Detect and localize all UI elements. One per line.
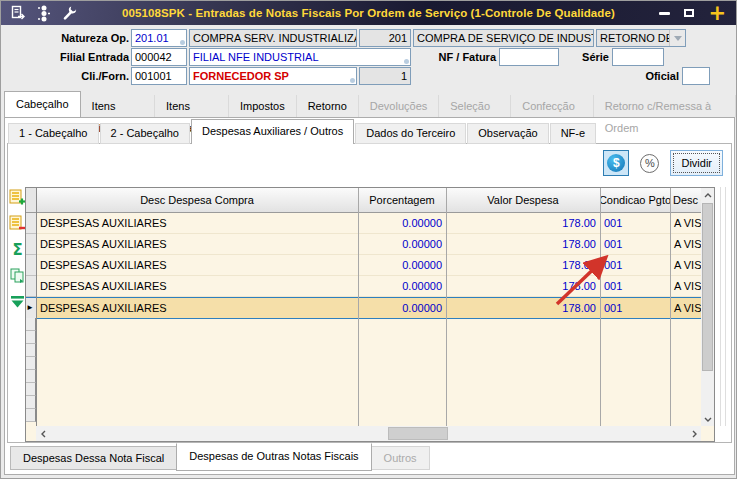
filial-code-field[interactable]: 000042 — [131, 48, 187, 66]
traffic-light-icon[interactable] — [37, 5, 51, 22]
tab-retorno-remessa: Retorno c/Remessa à Ordem — [594, 95, 736, 117]
cell-desc[interactable]: DESPESAS AUXILIARES — [36, 255, 358, 276]
tab-observacao[interactable]: Observação — [467, 123, 548, 144]
col-condicao-pgto: Condicao Pgto — [600, 188, 670, 212]
cell-valor[interactable]: 178.00 — [446, 298, 600, 318]
cell-desc[interactable]: DESPESAS AUXILIARES — [36, 276, 358, 297]
vertical-scroll-thumb[interactable] — [702, 203, 713, 371]
tab-itens-fisicos[interactable]: Itens Físicos — [81, 95, 155, 117]
cell-cond-desc[interactable]: A VISTA — [670, 276, 701, 297]
minimize-button[interactable] — [659, 12, 670, 15]
cabecalho-page: 1 - Cabeçalho 2 - Cabeçalho Despesas Aux… — [4, 117, 735, 475]
cell-desc[interactable]: DESPESAS AUXILIARES — [36, 298, 358, 318]
fornecedor-desc-field: FORNECEDOR SP — [189, 67, 357, 85]
cell-condicao[interactable]: 001 — [600, 234, 670, 255]
natureza-group-desc-field: COMPRA DE SERVIÇO DE INDUSTRIAL — [413, 29, 594, 47]
nf-fatura-label: NF / Fatura — [411, 51, 496, 63]
scroll-left-icon[interactable] — [36, 426, 50, 441]
main-tab-strip: Cabeçalho Itens Físicos Itens Fiscais Im… — [4, 93, 736, 117]
tab-despesas-outras-nf[interactable]: Despesas de Outras Notas Fiscais — [176, 443, 371, 471]
tab-itens-fiscais[interactable]: Itens Fiscais — [155, 95, 229, 117]
tab-despesas-dessa-nf[interactable]: Despesas Dessa Nota Fiscal — [10, 446, 177, 470]
scroll-up-icon[interactable] — [701, 188, 714, 202]
svg-text:Σ: Σ — [12, 241, 22, 258]
cell-desc[interactable]: DESPESAS AUXILIARES — [36, 213, 358, 234]
fornecedor-code-field[interactable]: 001001 — [131, 67, 187, 85]
cell-cond-desc[interactable]: A VISTA — [670, 234, 701, 255]
tab-2-cabecalho[interactable]: 2 - Cabeçalho — [100, 123, 191, 144]
tab-impostos[interactable]: Impostos — [229, 95, 297, 117]
cell-condicao[interactable]: 001 — [600, 298, 670, 318]
loja-field: 1 — [359, 67, 411, 85]
chevron-down-icon[interactable] — [669, 30, 685, 46]
window-title: 005108SPK - Entradas de Notas Fiscais Po… — [1, 7, 736, 19]
col-desc-cond: Desc C — [670, 188, 701, 212]
despesas-page: $ % Dividir — [7, 143, 732, 443]
cell-cond-desc[interactable]: A VISTA — [670, 255, 701, 276]
tipo-operacao-combo[interactable]: RETORNO DE MERCAD — [596, 29, 686, 47]
percent-mode-button[interactable]: % — [640, 154, 659, 173]
col-valor-despesa: Valor Despesa — [446, 188, 600, 212]
natureza-code-field[interactable]: 201.01 — [131, 29, 187, 47]
tab-dados-terceiro[interactable]: Dados do Terceiro — [355, 123, 466, 144]
cell-condicao[interactable]: 001 — [600, 213, 670, 234]
tab-nfe[interactable]: NF-e — [550, 123, 596, 144]
serie-input[interactable] — [612, 48, 664, 66]
horizontal-scrollbar[interactable] — [36, 426, 701, 441]
row-marker: ► — [26, 298, 36, 318]
document-icon[interactable] — [10, 5, 26, 21]
bottom-tab-strip: Despesas Dessa Nota Fiscal Despesas de O… — [10, 443, 430, 471]
filial-desc-field: FILIAL NFE INDUSTRIAL — [189, 48, 411, 66]
maximize-button[interactable] — [684, 9, 694, 17]
header-form: Natureza Op. 201.01 COMPRA SERV. INDUSTR… — [1, 25, 737, 93]
cell-porcentagem[interactable]: 0.00000 — [358, 298, 446, 318]
cell-valor[interactable]: 178.00 — [446, 234, 600, 255]
grid-toolbar: Σ — [9, 189, 26, 310]
cell-valor[interactable]: 178.00 — [446, 255, 600, 276]
horizontal-scroll-thumb[interactable] — [388, 427, 448, 440]
tab-cabecalho[interactable]: Cabeçalho — [4, 91, 81, 117]
cell-valor[interactable]: 178.00 — [446, 276, 600, 297]
tab-retorno[interactable]: Retorno — [297, 95, 359, 117]
money-mode-button[interactable]: $ — [603, 150, 629, 176]
tab-selecao-os: Seleção OS — [439, 95, 511, 117]
tipo-operacao-value: RETORNO DE MERCAD — [597, 30, 669, 46]
cell-condicao[interactable]: 001 — [600, 255, 670, 276]
scroll-down-icon[interactable] — [701, 412, 714, 426]
nf-fatura-input[interactable] — [499, 48, 559, 66]
titlebar: 005108SPK - Entradas de Notas Fiscais Po… — [1, 1, 736, 25]
cell-porcentagem[interactable]: 0.00000 — [358, 276, 446, 297]
cell-porcentagem[interactable]: 0.00000 — [358, 255, 446, 276]
delete-row-icon[interactable] — [9, 215, 26, 232]
dividir-button[interactable]: Dividir — [670, 150, 723, 176]
app-window: 005108SPK - Entradas de Notas Fiscais Po… — [0, 0, 737, 479]
add-row-icon[interactable] — [9, 189, 26, 206]
tab-outros: Outros — [371, 446, 430, 470]
oficial-label: Oficial — [601, 70, 679, 82]
vertical-scrollbar[interactable] — [701, 188, 714, 426]
col-desc-despesa: Desc Despesa Compra — [36, 188, 358, 212]
cell-desc[interactable]: DESPESAS AUXILIARES — [36, 234, 358, 255]
dividir-button-label: Dividir — [681, 157, 712, 169]
tab-1-cabecalho[interactable]: 1 - Cabeçalho — [8, 123, 99, 144]
cell-porcentagem[interactable]: 0.00000 — [358, 234, 446, 255]
dollar-icon: $ — [607, 154, 625, 172]
panel-splitter — [720, 187, 726, 426]
tab-despesas-auxiliares[interactable]: Despesas Auxiliares / Outros — [191, 119, 354, 144]
go-to-last-icon[interactable] — [9, 293, 26, 310]
cell-porcentagem[interactable]: 0.00000 — [358, 213, 446, 234]
sum-icon[interactable]: Σ — [9, 241, 26, 258]
wrench-icon[interactable] — [62, 5, 78, 21]
despesas-grid: Desc Despesa Compra Porcentagem Valor De… — [25, 187, 715, 442]
scroll-right-icon[interactable] — [687, 426, 701, 441]
close-button[interactable]: + — [708, 4, 726, 22]
empty-row-headers — [26, 318, 36, 422]
copy-rows-icon[interactable] — [9, 267, 26, 284]
cell-cond-desc[interactable]: A VISTA — [670, 213, 701, 234]
cell-condicao[interactable]: 001 — [600, 276, 670, 297]
cell-valor[interactable]: 178.00 — [446, 213, 600, 234]
cell-cond-desc[interactable]: A VISTA — [670, 298, 701, 318]
oficial-input[interactable] — [682, 67, 710, 85]
tab-devolucoes: Devoluções — [359, 95, 439, 117]
tab-confeccao-os: Confecção OS — [511, 95, 594, 117]
